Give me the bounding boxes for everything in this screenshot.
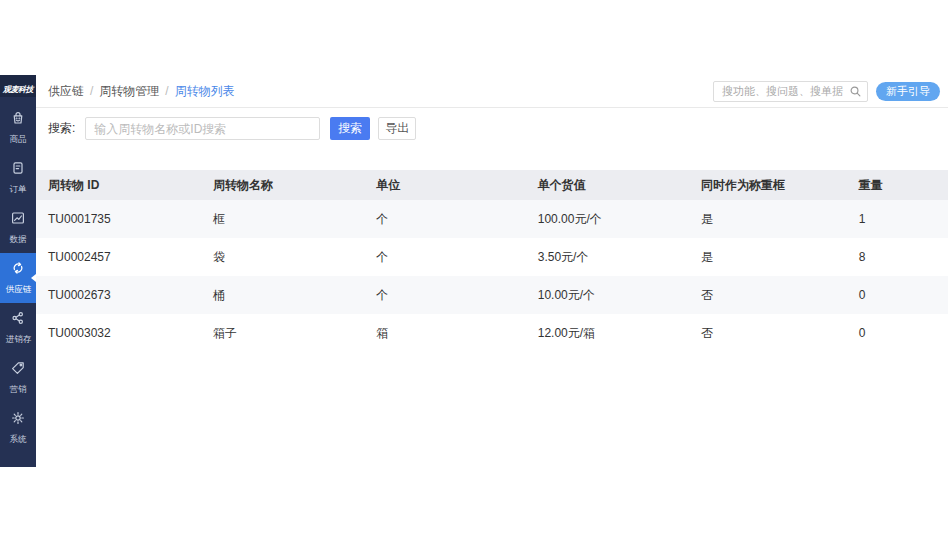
table-cell: 是: [689, 249, 847, 266]
table-cell: 100.00元/个: [526, 211, 689, 228]
sidebar-item-label: 供应链: [5, 283, 31, 295]
data-chart-icon: [10, 210, 26, 230]
table-cell: 0: [847, 288, 948, 302]
sidebar-item-label: 商品: [9, 133, 26, 145]
table-cell: 箱: [364, 325, 525, 342]
search-icon[interactable]: [849, 85, 862, 98]
table-cell: 1: [847, 212, 948, 226]
sidebar-item-label: 营销: [9, 383, 26, 395]
table-row[interactable]: TU0002673桶个10.00元/个否0: [36, 276, 948, 314]
table-cell: 箱子: [201, 325, 364, 342]
filter-bar: 搜索: 搜索 导出: [36, 108, 948, 141]
filter-label: 搜索:: [48, 120, 75, 137]
sidebar-item-label: 数据: [9, 233, 26, 245]
table-cell: 个: [364, 287, 525, 304]
sidebar-item-supply-chain[interactable]: 供应链: [0, 253, 36, 303]
table-cell: 否: [689, 325, 847, 342]
global-search-input[interactable]: [713, 81, 868, 102]
app-logo: 观麦科技: [0, 75, 36, 97]
table-row[interactable]: TU0001735框个100.00元/个是1: [36, 200, 948, 238]
table-cell: 否: [689, 287, 847, 304]
table-cell: TU0003032: [36, 326, 201, 340]
app-canvas: 观麦科技 商品 订单 数据: [0, 0, 948, 549]
breadcrumb-item[interactable]: 供应链: [48, 83, 84, 100]
table-cell: 个: [364, 249, 525, 266]
table-cell: 3.50元/个: [526, 249, 689, 266]
table-row[interactable]: TU0003032箱子箱12.00元/箱否0: [36, 314, 948, 352]
main-content: 供应链 / 周转物管理 / 周转物列表 新手引导 搜索: 搜索 导出 周转: [36, 75, 948, 352]
table-cell: 8: [847, 250, 948, 264]
table-row[interactable]: TU0002457袋个3.50元/个是8: [36, 238, 948, 276]
table-cell: TU0002457: [36, 250, 201, 264]
goods-bag-icon: [10, 110, 26, 130]
column-header: 单位: [364, 177, 525, 194]
table-cell: TU0002673: [36, 288, 201, 302]
breadcrumb-current: 周转物列表: [175, 83, 235, 100]
table-cell: 12.00元/箱: [526, 325, 689, 342]
sidebar-item-data[interactable]: 数据: [0, 203, 36, 253]
turnover-table: 周转物 ID 周转物名称 单位 单个货值 同时作为称重框 重量 TU000173…: [36, 170, 948, 352]
table-header-row: 周转物 ID 周转物名称 单位 单个货值 同时作为称重框 重量: [36, 170, 948, 200]
column-header: 重量: [847, 177, 948, 194]
sidebar-item-marketing[interactable]: 营销: [0, 353, 36, 403]
top-bar: 供应链 / 周转物管理 / 周转物列表 新手引导: [36, 75, 948, 108]
sidebar-item-orders[interactable]: 订单: [0, 153, 36, 203]
column-header: 单个货值: [526, 177, 689, 194]
system-gear-icon: [10, 410, 26, 430]
table-body: TU0001735框个100.00元/个是1TU0002457袋个3.50元/个…: [36, 200, 948, 352]
sidebar-nav: 商品 订单 数据 供应链: [0, 97, 36, 453]
export-button[interactable]: 导出: [378, 117, 416, 140]
sidebar-item-system[interactable]: 系统: [0, 403, 36, 453]
sidebar-item-inventory[interactable]: 进销存: [0, 303, 36, 353]
table-cell: 框: [201, 211, 364, 228]
sidebar-item-goods[interactable]: 商品: [0, 103, 36, 153]
newbie-guide-button[interactable]: 新手引导: [876, 82, 940, 101]
inventory-nodes-icon: [10, 310, 26, 330]
breadcrumb-separator: /: [165, 84, 168, 98]
breadcrumb: 供应链 / 周转物管理 / 周转物列表: [48, 83, 235, 100]
table-cell: 桶: [201, 287, 364, 304]
column-header: 周转物 ID: [36, 177, 201, 194]
breadcrumb-item[interactable]: 周转物管理: [99, 83, 159, 100]
sidebar-item-label: 进销存: [5, 333, 31, 345]
table-cell: 0: [847, 326, 948, 340]
supply-chain-cycle-icon: [10, 260, 26, 280]
global-search: [713, 81, 868, 102]
order-doc-icon: [10, 160, 26, 180]
sidebar-item-label: 订单: [9, 183, 26, 195]
table-cell: TU0001735: [36, 212, 201, 226]
marketing-tag-icon: [10, 360, 26, 380]
table-cell: 袋: [201, 249, 364, 266]
sidebar-item-label: 系统: [9, 433, 26, 445]
column-header: 同时作为称重框: [689, 177, 847, 194]
table-cell: 个: [364, 211, 525, 228]
search-button[interactable]: 搜索: [330, 117, 370, 140]
breadcrumb-separator: /: [90, 84, 93, 98]
table-cell: 是: [689, 211, 847, 228]
column-header: 周转物名称: [201, 177, 364, 194]
turnover-search-input[interactable]: [85, 117, 320, 140]
sidebar: 观麦科技 商品 订单 数据: [0, 75, 36, 467]
table-cell: 10.00元/个: [526, 287, 689, 304]
top-right-controls: 新手引导: [713, 81, 940, 102]
